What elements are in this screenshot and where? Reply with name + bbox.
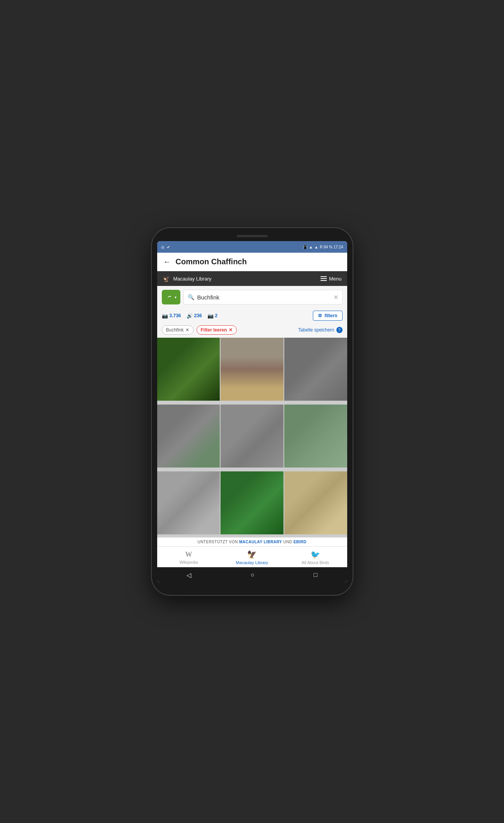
page-title: Common Chaffinch — [176, 257, 247, 266]
search-box[interactable]: 🔍 Buchfink ✕ — [183, 290, 343, 304]
nav-recent-button[interactable]: □ — [314, 571, 317, 578]
phone-bottom — [157, 583, 347, 588]
phone-screen: ◎ ✔ 📳 ▲ ▲ R 84 % 17:24 ← Common Chaffinc… — [157, 241, 347, 583]
tab-allaboutbirds[interactable]: 🐦 All About Birds — [284, 550, 347, 565]
species-logo-inner: ▾ — [165, 293, 176, 301]
filter-button[interactable]: ⚙ filtern — [313, 311, 342, 321]
app-header: ← Common Chaffinch — [157, 253, 347, 271]
photo-count-value: 3.736 — [170, 313, 181, 318]
status-left: ◎ ✔ — [161, 245, 170, 249]
library-name: Macaulay Library — [173, 276, 212, 282]
audio-count-value: 236 — [194, 313, 202, 318]
svg-point-1 — [170, 296, 171, 297]
tab-macaulay[interactable]: 🦅 Macaulay Library — [221, 550, 284, 565]
menu-button[interactable]: Menu — [321, 276, 342, 282]
signal-strength-icon: ▲ — [314, 245, 318, 249]
clear-filter-label: Filter leeren — [201, 327, 227, 333]
wikipedia-icon: W — [185, 551, 192, 559]
grid-item-7[interactable] — [157, 471, 220, 534]
clear-filter-tag[interactable]: Filter leeren ✕ — [197, 325, 237, 335]
status-right: 📳 ▲ ▲ R 84 % 17:24 — [303, 245, 343, 249]
ebird-text[interactable]: EBIRD — [294, 540, 307, 544]
camera-icon: 📷 — [162, 313, 168, 319]
macaulay-logo-icon: 🦅 — [163, 275, 170, 282]
tab-wikipedia[interactable]: W Wikipedia — [157, 551, 221, 565]
menu-label: Menu — [329, 276, 342, 282]
grid-item-2[interactable] — [221, 338, 283, 401]
search-area: ▾ 🔍 Buchfink ✕ — [157, 286, 347, 308]
vibrate-icon: 📳 — [303, 245, 307, 249]
grid-item-8[interactable] — [221, 471, 283, 534]
chevron-down-icon: ▾ — [175, 295, 176, 299]
powered-prefix: UNTERSTÜTZT VON — [197, 540, 238, 544]
tags-row: Buchfink ✕ Filter leeren ✕ Tabelle speic… — [157, 323, 347, 338]
buchfink-tag[interactable]: Buchfink ✕ — [162, 325, 193, 335]
phone-frame: ◎ ✔ 📳 ▲ ▲ R 84 % 17:24 ← Common Chaffinc… — [152, 228, 353, 595]
stats-row: 📷 3.736 🔊 236 📷 2 ⚙ filtern — [157, 308, 347, 323]
status-bar: ◎ ✔ 📳 ▲ ▲ R 84 % 17:24 — [157, 241, 347, 253]
sub-header: 🦅 Macaulay Library Menu — [157, 271, 347, 286]
task-icon: ✔ — [167, 245, 170, 249]
species-selector-button[interactable]: ▾ — [162, 290, 180, 304]
clear-search-button[interactable]: ✕ — [333, 294, 338, 301]
photo-count: 📷 3.736 — [162, 313, 181, 319]
grid-item-1[interactable] — [157, 338, 220, 401]
video-count-value: 2 — [215, 313, 218, 318]
macaulay-tab-icon: 🦅 — [247, 550, 257, 559]
und-text: UND — [283, 540, 292, 544]
video-count: 📷 2 — [207, 313, 218, 319]
filter-label: filtern — [324, 313, 337, 318]
svg-point-0 — [166, 293, 173, 301]
save-table-button[interactable]: Tabelle speichern ? — [298, 327, 342, 333]
image-grid — [157, 338, 347, 537]
macaulay-name[interactable]: MACAULAY LIBRARY — [239, 540, 282, 544]
tab-allaboutbirds-label: All About Birds — [302, 560, 329, 565]
grid-item-5[interactable] — [221, 405, 283, 468]
save-table-label: Tabelle speichern — [298, 327, 334, 333]
nav-bar: ◁ ○ □ — [157, 567, 347, 583]
grid-item-4[interactable] — [157, 405, 220, 468]
help-icon: ? — [336, 327, 343, 333]
tab-bar: W Wikipedia 🦅 Macaulay Library 🐦 All Abo… — [157, 546, 347, 567]
bird-logo-icon — [165, 293, 174, 301]
grid-item-3[interactable] — [284, 338, 347, 401]
clear-filter-icon[interactable]: ✕ — [229, 327, 232, 333]
signal-icon: ◎ — [161, 245, 165, 249]
video-icon: 📷 — [207, 313, 214, 319]
search-input[interactable]: Buchfink — [197, 294, 330, 301]
buchfink-label: Buchfink — [166, 327, 184, 333]
tab-macaulay-label: Macaulay Library — [236, 560, 268, 565]
roaming-indicator: R 84 % 17:24 — [320, 245, 343, 249]
library-logo-area: 🦅 Macaulay Library — [163, 275, 212, 282]
nav-home-button[interactable]: ○ — [251, 571, 255, 578]
allaboutbirds-icon: 🐦 — [311, 550, 320, 559]
search-icon: 🔍 — [188, 294, 194, 300]
nav-back-button[interactable]: ◁ — [187, 571, 191, 579]
audio-icon: 🔊 — [187, 313, 193, 319]
back-button[interactable]: ← — [163, 257, 171, 266]
buchfink-remove-icon[interactable]: ✕ — [185, 327, 189, 333]
wifi-icon: ▲ — [309, 245, 313, 249]
audio-count: 🔊 236 — [187, 313, 202, 319]
hamburger-icon — [321, 276, 327, 281]
grid-item-9[interactable] — [284, 471, 347, 534]
phone-speaker — [237, 235, 268, 237]
gear-icon: ⚙ — [318, 313, 322, 318]
grid-item-6[interactable] — [284, 405, 347, 468]
tab-wikipedia-label: Wikipedia — [180, 560, 198, 565]
powered-by-bar: UNTERSTÜTZT VON MACAULAY LIBRARY UND EBI… — [157, 537, 347, 546]
